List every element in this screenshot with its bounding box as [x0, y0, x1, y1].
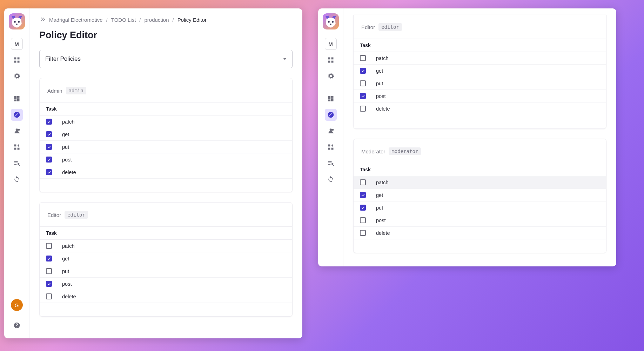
workspace-switcher[interactable]: M — [11, 38, 23, 50]
widgets-heart-icon — [327, 144, 334, 151]
nav-settings[interactable] — [325, 70, 337, 82]
task-checkbox[interactable] — [46, 293, 52, 299]
crumb-project[interactable]: TODO List — [111, 17, 136, 23]
nav-policy-editor[interactable] — [325, 109, 337, 121]
table-row: get — [354, 189, 606, 201]
task-checkbox[interactable] — [46, 119, 52, 125]
task-checkbox[interactable] — [46, 256, 52, 261]
nav-dashboard[interactable] — [11, 93, 23, 105]
table-row: put — [354, 201, 606, 214]
task-checkbox[interactable] — [360, 80, 366, 86]
task-name: get — [56, 256, 69, 261]
role-card-admin: Admin admin Task patchgetputpostdelete — [39, 78, 293, 192]
main-content: Madrigal Electromotive / TODO List / pro… — [29, 8, 302, 338]
dashboard-icon — [327, 95, 334, 102]
husky-logo-icon — [324, 14, 338, 28]
task-checkbox[interactable] — [360, 205, 366, 211]
task-name: put — [56, 144, 69, 150]
policy-circle-icon — [13, 111, 20, 118]
task-checkbox[interactable] — [360, 192, 366, 198]
table-row: get — [40, 128, 292, 141]
task-name: delete — [56, 294, 76, 299]
nav-sync[interactable] — [325, 173, 337, 185]
task-checkbox[interactable] — [46, 131, 52, 137]
table-row: put — [40, 141, 292, 153]
role-label: Moderator — [361, 148, 385, 154]
app-logo[interactable] — [323, 13, 339, 29]
table-header-task: Task — [360, 167, 422, 172]
task-checkbox[interactable] — [46, 281, 52, 287]
task-checkbox[interactable] — [360, 179, 366, 185]
task-checkbox[interactable] — [360, 68, 366, 74]
nav-apps[interactable] — [325, 54, 337, 66]
task-checkbox[interactable] — [360, 217, 366, 223]
task-checkbox[interactable] — [360, 106, 366, 112]
role-label: Editor — [47, 212, 61, 218]
table-row: get — [40, 252, 292, 265]
table-header-task: Task — [46, 230, 108, 236]
nav-apps[interactable] — [11, 54, 23, 66]
task-rows-editor-left: patchgetputpostdelete — [40, 240, 292, 303]
husky-logo-icon — [10, 14, 24, 28]
nav-policy-editor[interactable] — [11, 109, 23, 121]
task-checkbox[interactable] — [46, 144, 52, 150]
nav-widgets[interactable] — [325, 141, 337, 153]
nav-help[interactable] — [11, 319, 23, 331]
chevron-down-icon — [283, 58, 287, 60]
gear-icon — [13, 73, 20, 80]
task-checkbox[interactable] — [46, 268, 52, 274]
user-avatar[interactable]: G — [11, 299, 23, 311]
table-header-task: Task — [360, 42, 422, 48]
role-code: editor — [65, 211, 88, 219]
role-card-moderator: Moderator moderator Task patchgetputpost… — [353, 139, 606, 253]
task-checkbox[interactable] — [46, 243, 52, 249]
nav-sync[interactable] — [11, 173, 23, 185]
gear-icon — [327, 73, 334, 80]
task-name: get — [56, 132, 69, 137]
svg-point-2 — [328, 21, 329, 23]
nav-search-list[interactable] — [11, 157, 23, 169]
nav-users[interactable] — [325, 125, 337, 137]
svg-point-3 — [332, 21, 334, 23]
app-logo[interactable] — [9, 13, 25, 29]
task-name: patch — [370, 55, 388, 61]
task-checkbox[interactable] — [360, 230, 366, 236]
task-checkbox[interactable] — [46, 169, 52, 175]
task-checkbox[interactable] — [360, 93, 366, 99]
task-checkbox[interactable] — [360, 55, 366, 61]
table-row: patch — [40, 240, 292, 252]
crumb-org[interactable]: Madrigal Electromotive — [49, 17, 103, 23]
nav-widgets[interactable] — [11, 141, 23, 153]
crumb-env[interactable]: production — [144, 17, 169, 23]
avatar-letter: G — [15, 302, 19, 308]
nav-settings[interactable] — [11, 70, 23, 82]
nav-dashboard[interactable] — [325, 93, 337, 105]
role-label: Editor — [361, 24, 375, 30]
role-code: editor — [378, 23, 402, 31]
app-panel-left: M — [4, 8, 302, 338]
table-row: delete — [354, 102, 606, 115]
task-name: patch — [56, 119, 74, 125]
sync-icon — [13, 176, 20, 183]
table-row: patch — [354, 176, 606, 189]
svg-point-0 — [14, 21, 15, 23]
role-card-editor: Editor editor Task patchgetputpostdelete — [39, 202, 293, 317]
people-icon — [327, 127, 334, 134]
filter-policies-select[interactable]: Filter Policies — [39, 50, 293, 68]
task-name: delete — [370, 106, 390, 112]
nav-search-list[interactable] — [325, 157, 337, 169]
task-name: post — [370, 93, 385, 99]
task-name: post — [56, 281, 72, 287]
task-checkbox[interactable] — [46, 157, 52, 163]
task-name: post — [370, 218, 385, 223]
apps-grid-icon — [13, 57, 20, 64]
nav-users[interactable] — [11, 125, 23, 137]
table-row: delete — [354, 227, 606, 239]
table-row: delete — [40, 290, 292, 303]
workspace-switcher[interactable]: M — [325, 38, 337, 50]
task-rows-moderator: patchgetputpostdelete — [354, 176, 606, 239]
chevrons-right-icon[interactable] — [39, 16, 46, 24]
task-name: get — [370, 192, 383, 198]
role-card-editor: Editor editor Task patchgetputpostdelete — [353, 15, 606, 129]
people-icon — [13, 127, 20, 134]
